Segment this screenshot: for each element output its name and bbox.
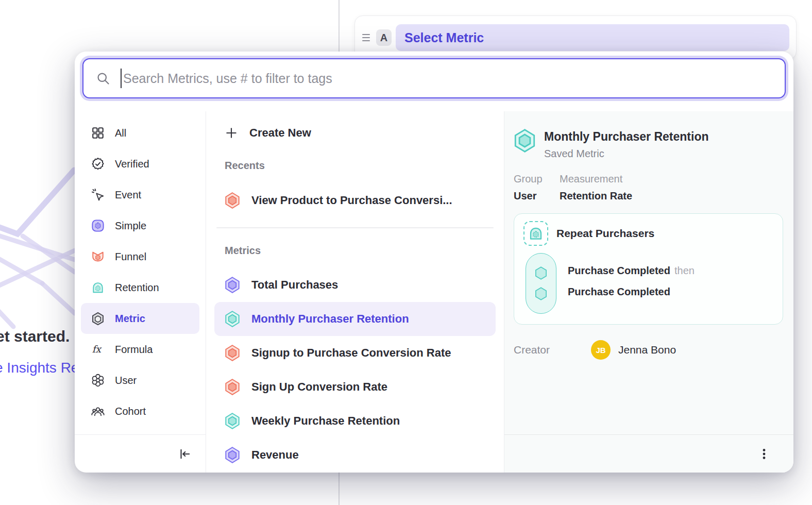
retention-definition-icon xyxy=(523,221,548,246)
metric-item-signup-to-purchase[interactable]: Signup to Purchase Conversion Rate xyxy=(214,336,496,370)
sidebar-item-label: User xyxy=(115,375,137,386)
metrics-heading: Metrics xyxy=(225,245,485,257)
select-metric-label: Select Metric xyxy=(404,30,484,45)
retention-metric-icon xyxy=(225,413,240,429)
sidebar-item-simple[interactable]: Simple xyxy=(81,210,199,241)
collapse-sidebar-button[interactable] xyxy=(174,443,195,465)
metric-list-column: Create New Recents View Product to Purch… xyxy=(206,111,504,473)
sidebar-item-formula[interactable]: fx Formula xyxy=(81,334,199,365)
modal-body: All Verified Event xyxy=(75,111,793,473)
background-chart-decoration xyxy=(0,164,75,349)
measurement-value: Retention Rate xyxy=(560,190,632,202)
search-box[interactable] xyxy=(82,58,786,98)
sidebar-item-label: Cohort xyxy=(115,406,146,417)
retention-metric-icon xyxy=(514,129,536,153)
funnel-metric-icon xyxy=(225,345,240,361)
user-cluster-icon xyxy=(91,374,105,387)
metric-item-label: Signup to Purchase Conversion Rate xyxy=(251,346,451,360)
detail-meta: Group User Measurement Retention Rate xyxy=(514,173,783,202)
metric-picker-modal: All Verified Event xyxy=(75,52,793,473)
creator-label: Creator xyxy=(514,344,591,356)
step2-event: Purchase Completed xyxy=(568,286,670,297)
insights-report-link[interactable]: e Insights Re xyxy=(0,360,79,376)
sidebar-item-label: Simple xyxy=(115,220,146,232)
svg-text:fx: fx xyxy=(92,344,103,355)
block-a-badge[interactable]: A xyxy=(376,29,392,46)
detail-header: Monthly Purchaser Retention Saved Metric xyxy=(514,129,783,160)
metric-item-label: Sign Up Conversion Rate xyxy=(251,380,387,394)
sidebar-item-retention[interactable]: Retention xyxy=(81,272,199,303)
sidebar-item-label: Funnel xyxy=(115,251,146,263)
saved-metric-title: Repeat Purchasers xyxy=(556,227,654,240)
funnel-metric-icon xyxy=(225,379,240,395)
group-value: User xyxy=(514,190,560,202)
retention-arch-icon xyxy=(91,281,105,294)
retention-steps-capsule xyxy=(526,253,556,314)
kebab-menu-icon xyxy=(758,448,770,460)
measurement-label: Measurement xyxy=(560,173,632,185)
metric-item-sign-up-conversion[interactable]: Sign Up Conversion Rate xyxy=(214,370,496,404)
collapse-left-icon xyxy=(178,447,191,461)
simple-hexagon-icon xyxy=(91,219,105,232)
step1-event: Purchase Completed xyxy=(568,265,670,276)
formula-fx-icon: fx xyxy=(91,343,105,356)
metric-item-weekly-purchase-retention[interactable]: Weekly Purchase Retention xyxy=(214,404,496,438)
verified-badge-icon xyxy=(91,157,105,171)
sidebar-item-metric[interactable]: Metric xyxy=(81,303,199,334)
detail-title: Monthly Purchaser Retention xyxy=(544,129,708,144)
saved-metric-card: Repeat Purchasers Purchase Comp xyxy=(514,213,783,325)
event-cursor-icon xyxy=(91,188,105,201)
create-new-button[interactable]: Create New xyxy=(214,120,496,146)
select-metric-chip[interactable]: Select Metric xyxy=(396,24,789,51)
step-hexagon-icon xyxy=(534,266,548,280)
sidebar-item-cohort[interactable]: Cohort xyxy=(81,396,199,427)
metric-hexagon-icon xyxy=(91,312,105,325)
sidebar-item-all[interactable]: All xyxy=(81,117,199,148)
metric-detail-panel: Monthly Purchaser Retention Saved Metric… xyxy=(504,111,793,473)
sidebar-item-event[interactable]: Event xyxy=(81,179,199,210)
recent-item[interactable]: View Product to Purchase Conversi... xyxy=(214,185,496,216)
screen: et started. e Insights Re A Select Metri… xyxy=(0,0,812,505)
text-caret xyxy=(121,69,122,88)
search-area xyxy=(75,52,793,108)
metric-item-revenue[interactable]: Revenue xyxy=(214,438,496,472)
creator-row: Creator JB Jenna Bono xyxy=(514,340,783,360)
recents-heading: Recents xyxy=(225,160,485,172)
sidebar-footer xyxy=(75,434,206,473)
detail-subtitle: Saved Metric xyxy=(544,148,708,160)
sidebar-item-funnel[interactable]: Funnel xyxy=(81,241,199,272)
metric-item-total-purchases[interactable]: Total Purchases xyxy=(214,268,496,302)
sidebar-item-label: Verified xyxy=(115,158,149,170)
sidebar-item-label: All xyxy=(115,127,126,139)
search-icon xyxy=(96,71,110,86)
simple-metric-icon xyxy=(225,277,240,293)
retention-arch-icon xyxy=(528,226,544,241)
get-started-text: et started. xyxy=(0,328,70,345)
metric-rows: Total Purchases Monthly Purchaser Retent… xyxy=(206,268,504,472)
sidebar-item-label: Retention xyxy=(115,282,159,294)
sidebar-item-label: Event xyxy=(115,189,141,201)
plus-icon xyxy=(225,126,238,140)
metric-item-label: Revenue xyxy=(251,448,299,462)
more-options-button[interactable] xyxy=(753,443,775,465)
search-input[interactable] xyxy=(123,71,772,86)
sidebar-item-verified[interactable]: Verified xyxy=(81,148,199,179)
create-new-label: Create New xyxy=(249,126,311,140)
sidebar-item-label: Metric xyxy=(115,313,145,325)
sidebar-item-user[interactable]: User xyxy=(81,365,199,396)
metric-item-monthly-purchaser-retention[interactable]: Monthly Purchaser Retention xyxy=(214,302,496,336)
metric-item-label: Total Purchases xyxy=(251,278,338,292)
filter-sidebar: All Verified Event xyxy=(75,111,206,473)
retention-steps: Purchase Completedthen Purchase Complete… xyxy=(568,253,695,314)
drag-handle-icon[interactable] xyxy=(359,31,373,44)
step-connector: then xyxy=(674,265,695,276)
detail-footer xyxy=(504,434,793,473)
step-hexagon-icon xyxy=(534,287,548,301)
all-grid-icon xyxy=(91,126,105,140)
metric-item-label: Weekly Purchase Retention xyxy=(251,414,400,428)
funnel-icon xyxy=(91,250,105,263)
section-divider xyxy=(216,227,494,228)
simple-metric-icon xyxy=(225,447,240,463)
sidebar-item-label: Formula xyxy=(115,344,153,356)
retention-metric-icon xyxy=(225,311,240,327)
